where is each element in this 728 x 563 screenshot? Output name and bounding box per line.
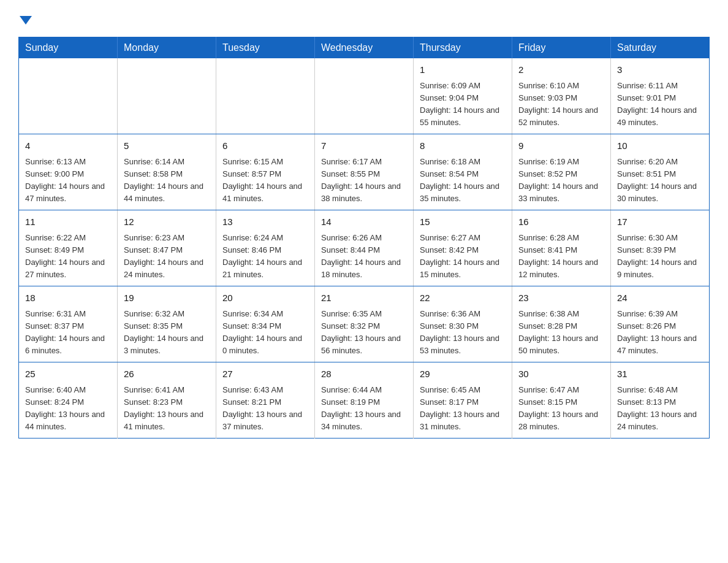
- day-number: 19: [124, 291, 210, 305]
- calendar-cell: 28Sunrise: 6:44 AM Sunset: 8:19 PM Dayli…: [315, 362, 414, 439]
- calendar-cell: 22Sunrise: 6:36 AM Sunset: 8:30 PM Dayli…: [414, 286, 512, 362]
- calendar-cell: 30Sunrise: 6:47 AM Sunset: 8:15 PM Dayli…: [512, 362, 611, 439]
- calendar-cell: 12Sunrise: 6:23 AM Sunset: 8:47 PM Dayli…: [118, 210, 216, 286]
- day-info: Sunrise: 6:22 AM Sunset: 8:49 PM Dayligh…: [25, 232, 111, 282]
- calendar-cell: 1Sunrise: 6:09 AM Sunset: 9:04 PM Daylig…: [414, 58, 512, 134]
- day-number: 21: [321, 291, 407, 305]
- calendar-cell: 26Sunrise: 6:41 AM Sunset: 8:23 PM Dayli…: [118, 362, 216, 439]
- day-info: Sunrise: 6:14 AM Sunset: 8:58 PM Dayligh…: [124, 156, 210, 205]
- day-number: 17: [617, 215, 703, 229]
- calendar-cell: 8Sunrise: 6:18 AM Sunset: 8:54 PM Daylig…: [414, 134, 512, 210]
- page-header: [18, 12, 710, 26]
- svg-marker-0: [20, 16, 32, 25]
- logo: [18, 12, 32, 26]
- day-info: Sunrise: 6:24 AM Sunset: 8:46 PM Dayligh…: [222, 232, 308, 282]
- calendar-cell: 9Sunrise: 6:19 AM Sunset: 8:52 PM Daylig…: [512, 134, 611, 210]
- day-number: 29: [420, 367, 506, 381]
- calendar-cell: 6Sunrise: 6:15 AM Sunset: 8:57 PM Daylig…: [216, 134, 315, 210]
- day-number: 23: [518, 291, 604, 305]
- calendar-week-3: 11Sunrise: 6:22 AM Sunset: 8:49 PM Dayli…: [19, 210, 710, 286]
- calendar-cell: [118, 58, 216, 134]
- calendar-cell: 19Sunrise: 6:32 AM Sunset: 8:35 PM Dayli…: [118, 286, 216, 362]
- calendar-cell: 14Sunrise: 6:26 AM Sunset: 8:44 PM Dayli…: [315, 210, 414, 286]
- calendar-cell: 15Sunrise: 6:27 AM Sunset: 8:42 PM Dayli…: [414, 210, 512, 286]
- day-number: 25: [25, 367, 111, 381]
- day-info: Sunrise: 6:18 AM Sunset: 8:54 PM Dayligh…: [420, 156, 506, 205]
- day-number: 6: [222, 139, 308, 153]
- day-info: Sunrise: 6:23 AM Sunset: 8:47 PM Dayligh…: [124, 232, 210, 282]
- calendar-cell: 3Sunrise: 6:11 AM Sunset: 9:01 PM Daylig…: [611, 58, 710, 134]
- day-info: Sunrise: 6:48 AM Sunset: 8:13 PM Dayligh…: [617, 384, 703, 434]
- day-number: 15: [420, 215, 506, 229]
- day-info: Sunrise: 6:41 AM Sunset: 8:23 PM Dayligh…: [124, 384, 210, 434]
- calendar-cell: [19, 58, 118, 134]
- calendar-cell: 5Sunrise: 6:14 AM Sunset: 8:58 PM Daylig…: [118, 134, 216, 210]
- day-number: 26: [124, 367, 210, 381]
- day-number: 12: [124, 215, 210, 229]
- calendar-cell: 23Sunrise: 6:38 AM Sunset: 8:28 PM Dayli…: [512, 286, 611, 362]
- day-number: 10: [617, 139, 703, 153]
- day-info: Sunrise: 6:13 AM Sunset: 9:00 PM Dayligh…: [25, 156, 111, 205]
- day-info: Sunrise: 6:39 AM Sunset: 8:26 PM Dayligh…: [617, 308, 703, 358]
- day-info: Sunrise: 6:17 AM Sunset: 8:55 PM Dayligh…: [321, 156, 407, 205]
- calendar-cell: 21Sunrise: 6:35 AM Sunset: 8:32 PM Dayli…: [315, 286, 414, 362]
- header-tuesday: Tuesday: [216, 37, 315, 59]
- header-sunday: Sunday: [19, 37, 118, 59]
- day-info: Sunrise: 6:45 AM Sunset: 8:17 PM Dayligh…: [420, 384, 506, 434]
- header-wednesday: Wednesday: [315, 37, 414, 59]
- calendar-cell: 24Sunrise: 6:39 AM Sunset: 8:26 PM Dayli…: [611, 286, 710, 362]
- day-info: Sunrise: 6:26 AM Sunset: 8:44 PM Dayligh…: [321, 232, 407, 282]
- day-info: Sunrise: 6:34 AM Sunset: 8:34 PM Dayligh…: [222, 308, 308, 358]
- day-number: 31: [617, 367, 703, 381]
- calendar-cell: 17Sunrise: 6:30 AM Sunset: 8:39 PM Dayli…: [611, 210, 710, 286]
- day-info: Sunrise: 6:35 AM Sunset: 8:32 PM Dayligh…: [321, 308, 407, 358]
- calendar-table: SundayMondayTuesdayWednesdayThursdayFrid…: [18, 37, 710, 439]
- calendar-cell: 10Sunrise: 6:20 AM Sunset: 8:51 PM Dayli…: [611, 134, 710, 210]
- header-monday: Monday: [118, 37, 216, 59]
- calendar-cell: 2Sunrise: 6:10 AM Sunset: 9:03 PM Daylig…: [512, 58, 611, 134]
- header-saturday: Saturday: [611, 37, 710, 59]
- day-info: Sunrise: 6:11 AM Sunset: 9:01 PM Dayligh…: [617, 80, 703, 129]
- day-info: Sunrise: 6:40 AM Sunset: 8:24 PM Dayligh…: [25, 384, 111, 434]
- day-number: 1: [420, 63, 506, 77]
- day-number: 4: [25, 139, 111, 153]
- day-number: 20: [222, 291, 308, 305]
- calendar-cell: 13Sunrise: 6:24 AM Sunset: 8:46 PM Dayli…: [216, 210, 315, 286]
- calendar-week-2: 4Sunrise: 6:13 AM Sunset: 9:00 PM Daylig…: [19, 134, 710, 210]
- calendar-cell: 4Sunrise: 6:13 AM Sunset: 9:00 PM Daylig…: [19, 134, 118, 210]
- day-number: 2: [518, 63, 604, 77]
- day-number: 16: [518, 215, 604, 229]
- day-number: 9: [518, 139, 604, 153]
- day-info: Sunrise: 6:47 AM Sunset: 8:15 PM Dayligh…: [518, 384, 604, 434]
- header-friday: Friday: [512, 37, 611, 59]
- calendar-header-row: SundayMondayTuesdayWednesdayThursdayFrid…: [19, 37, 710, 59]
- day-number: 22: [420, 291, 506, 305]
- calendar-week-4: 18Sunrise: 6:31 AM Sunset: 8:37 PM Dayli…: [19, 286, 710, 362]
- logo-triangle-icon: [20, 13, 32, 26]
- calendar-cell: 20Sunrise: 6:34 AM Sunset: 8:34 PM Dayli…: [216, 286, 315, 362]
- calendar-cell: 7Sunrise: 6:17 AM Sunset: 8:55 PM Daylig…: [315, 134, 414, 210]
- day-info: Sunrise: 6:10 AM Sunset: 9:03 PM Dayligh…: [518, 80, 604, 129]
- day-info: Sunrise: 6:09 AM Sunset: 9:04 PM Dayligh…: [420, 80, 506, 129]
- day-number: 13: [222, 215, 308, 229]
- calendar-cell: 27Sunrise: 6:43 AM Sunset: 8:21 PM Dayli…: [216, 362, 315, 439]
- day-number: 3: [617, 63, 703, 77]
- day-info: Sunrise: 6:32 AM Sunset: 8:35 PM Dayligh…: [124, 308, 210, 358]
- day-number: 5: [124, 139, 210, 153]
- calendar-week-1: 1Sunrise: 6:09 AM Sunset: 9:04 PM Daylig…: [19, 58, 710, 134]
- header-thursday: Thursday: [414, 37, 512, 59]
- calendar-cell: 25Sunrise: 6:40 AM Sunset: 8:24 PM Dayli…: [19, 362, 118, 439]
- day-number: 14: [321, 215, 407, 229]
- day-number: 18: [25, 291, 111, 305]
- calendar-cell: [216, 58, 315, 134]
- day-info: Sunrise: 6:20 AM Sunset: 8:51 PM Dayligh…: [617, 156, 703, 205]
- calendar-cell: 29Sunrise: 6:45 AM Sunset: 8:17 PM Dayli…: [414, 362, 512, 439]
- calendar-cell: 11Sunrise: 6:22 AM Sunset: 8:49 PM Dayli…: [19, 210, 118, 286]
- day-info: Sunrise: 6:36 AM Sunset: 8:30 PM Dayligh…: [420, 308, 506, 358]
- day-number: 28: [321, 367, 407, 381]
- calendar-cell: 16Sunrise: 6:28 AM Sunset: 8:41 PM Dayli…: [512, 210, 611, 286]
- day-number: 11: [25, 215, 111, 229]
- day-info: Sunrise: 6:30 AM Sunset: 8:39 PM Dayligh…: [617, 232, 703, 282]
- calendar-cell: 18Sunrise: 6:31 AM Sunset: 8:37 PM Dayli…: [19, 286, 118, 362]
- calendar-cell: 31Sunrise: 6:48 AM Sunset: 8:13 PM Dayli…: [611, 362, 710, 439]
